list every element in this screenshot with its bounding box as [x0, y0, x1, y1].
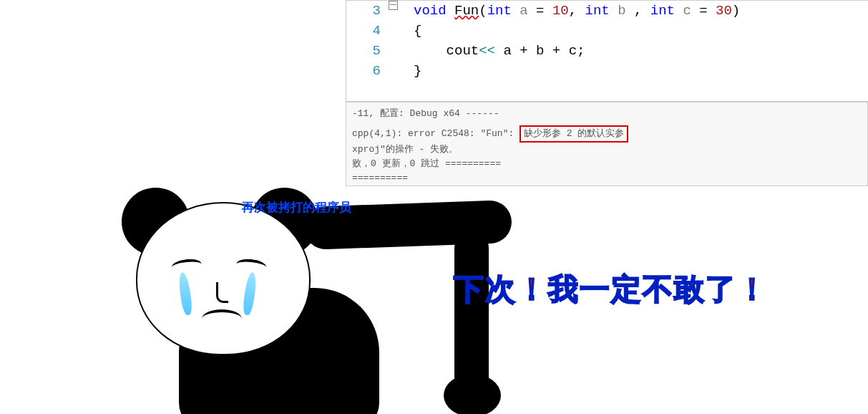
code-text: } — [404, 61, 421, 81]
meme-forearm — [454, 231, 489, 395]
nose-icon — [216, 282, 228, 303]
meme-fist — [444, 374, 501, 414]
code-line-5: 5 cout<< a + b + c; — [346, 41, 868, 61]
code-text: cout<< a + b + c; — [404, 41, 585, 61]
output-line: 败，0 更新，0 跳过 ========== — [352, 157, 862, 171]
output-error-line: cpp(4,1): error C2548: "Fun": 缺少形参 2 的默认… — [352, 125, 862, 143]
error-highlight: 缺少形参 2 的默认实参 — [520, 125, 628, 143]
code-text: void Fun(int a = 10, int b , int c = 30) — [404, 1, 740, 21]
fold-gutter[interactable] — [386, 1, 399, 10]
eye-icon — [171, 258, 203, 274]
output-line: xproj"的操作 - 失败。 — [352, 143, 862, 157]
code-text: { — [404, 21, 421, 41]
line-number: 4 — [346, 21, 386, 41]
build-output: -11, 配置: Debug x64 ------ cpp(4,1): erro… — [346, 102, 868, 186]
tear-icon — [177, 271, 193, 315]
code-line-3: 3 void Fun(int a = 10, int b , int c = 3… — [346, 1, 868, 21]
meme-caption-large: 下次！我一定不敢了！ — [454, 269, 769, 309]
panda-face — [157, 231, 286, 345]
meme-caption-small: 再次被拷打的程序员 — [242, 199, 351, 216]
tear-icon — [242, 271, 258, 315]
output-line: -11, 配置: Debug x64 ------ — [352, 107, 862, 121]
fold-icon[interactable] — [389, 1, 398, 10]
mouth-icon — [202, 309, 242, 328]
line-number: 3 — [346, 1, 386, 21]
line-number: 5 — [346, 41, 386, 61]
code-editor: 3 void Fun(int a = 10, int b , int c = 3… — [346, 0, 868, 102]
line-number: 6 — [346, 61, 386, 81]
code-line-4: 4 { — [346, 21, 868, 41]
code-line-6: 6 } — [346, 61, 868, 81]
eye-icon — [235, 258, 267, 274]
